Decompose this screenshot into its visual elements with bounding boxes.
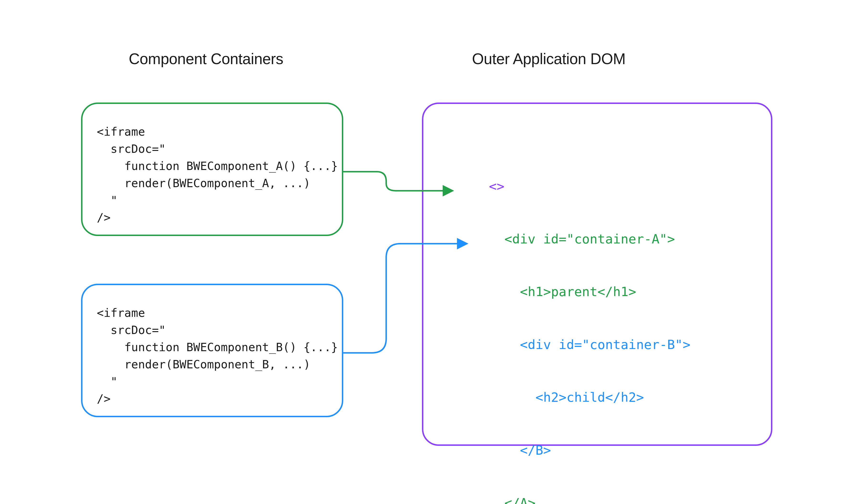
container-b-code: <iframe srcDoc=" function BWEComponent_B… <box>97 304 338 407</box>
heading-component-containers: Component Containers <box>129 50 283 68</box>
outer-dom-code: <> <div id="container-A"> <h1>parent</h1… <box>442 147 690 504</box>
container-box-a: <iframe srcDoc=" function BWEComponent_A… <box>81 103 343 236</box>
container-box-b: <iframe srcDoc=" function BWEComponent_B… <box>81 284 343 417</box>
dom-a-open: <div id="container-A"> <box>489 232 675 247</box>
heading-outer-application-dom: Outer Application DOM <box>472 50 626 68</box>
dom-b-close: </B> <box>489 443 551 458</box>
diagram-canvas: Component Containers Outer Application D… <box>0 0 852 504</box>
outer-dom-box: <> <div id="container-A"> <h1>parent</h1… <box>422 103 773 446</box>
dom-b-h2: <h2>child</h2> <box>489 390 644 405</box>
container-a-code: <iframe srcDoc=" function BWEComponent_A… <box>97 123 338 226</box>
dom-fragment-open: <> <box>489 179 504 194</box>
dom-a-close: </A> <box>489 496 536 504</box>
dom-b-open: <div id="container-B"> <box>489 337 690 352</box>
dom-a-h1: <h1>parent</h1> <box>489 284 636 299</box>
